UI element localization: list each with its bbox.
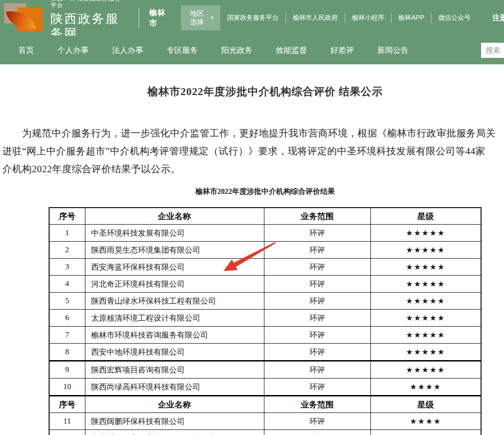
cell-sequence-number: 7 (49, 327, 85, 344)
region-selector-button[interactable]: 地区选择 ▼ (181, 6, 220, 30)
register-link[interactable]: 注册 (493, 13, 504, 23)
cell-star-rating: ★★★★★ (370, 293, 481, 310)
table-row: 8西安中地环境科技有限公司环评★★★★★ (49, 344, 481, 361)
cell-business-scope: 环评 (264, 430, 370, 435)
table-row: 6太原核清环境工程设计有限公司环评★★★★★ (49, 310, 481, 327)
site-logo[interactable] (3, 3, 44, 35)
top-link[interactable]: 榆林小程序 (345, 13, 391, 23)
cell-sequence-number: 6 (49, 310, 85, 327)
announcement-document: 榆林市2022年度涉批中介机构综合评价 结果公示 为规范中介服务行为，进一步强化… (0, 85, 504, 435)
top-link[interactable]: 国家政务服务平台 (220, 13, 286, 23)
cell-company-name: 陕西青山绿水环保科技工程有限公司 (85, 293, 264, 310)
caret-down-icon: ▼ (210, 16, 214, 20)
cell-business-scope: 环评 (264, 242, 370, 259)
table-row: 9陕西宏辉项目咨询有限公司环评★★★★★ (49, 361, 481, 379)
cell-business-scope: 环评 (264, 293, 370, 310)
page-title: 榆林市2022年度涉批中介机构综合评价 结果公示 (0, 85, 504, 99)
cell-sequence-number: 4 (49, 276, 85, 293)
cell-star-rating: ★★★★★ (370, 327, 481, 344)
region-selector-label: 地区选择 (187, 9, 207, 27)
cell-company-name: 陕西尚绿高科环境科技有限公司 (85, 379, 264, 396)
cell-business-scope: 环评 (264, 327, 370, 344)
nav-item[interactable]: 首页 (18, 45, 34, 56)
cell-company-name: 西安海蓝环保科技有限公司 (85, 259, 264, 276)
cell-company-name: 陕西雨昊生态环境集团有限公司 (85, 242, 264, 259)
cell-star-rating: ★★★★ (370, 430, 481, 435)
cell-sequence-number: 10 (49, 379, 85, 396)
column-header: 业务范围 (264, 208, 370, 225)
cell-company-name: 榆林市环境科技咨询服务有限公司 (85, 327, 264, 344)
cell-company-name: 陕西阔鹏环保科技有限公司 (85, 413, 264, 430)
table-row: 4河北奇正环境科技有限公司环评★★★★★ (49, 276, 481, 293)
table-row: 11陕西阔鹏环保科技有限公司环评★★★★ (49, 413, 481, 430)
nav-item[interactable]: 法人办事 (112, 45, 143, 56)
cell-business-scope: 环评 (264, 225, 370, 242)
cell-sequence-number: 5 (49, 293, 85, 310)
table-header-row: 序号企业名称业务范围星级 (49, 396, 481, 413)
cell-company-name: 中圣环境科技发展有限公司 (85, 225, 264, 242)
cell-sequence-number: 8 (49, 344, 85, 361)
header-links: 国家政务服务平台榆林市人民政府榆林小程序榆林APP微信公众号 (220, 13, 477, 23)
cell-business-scope: 环评 (264, 310, 370, 327)
evaluation-table: 序号企业名称业务范围星级1中圣环境科技发展有限公司环评★★★★★2陕西雨昊生态环… (49, 207, 482, 435)
cell-star-rating: ★★★★ (370, 413, 481, 430)
cell-company-name: 陕西宏辉项目咨询有限公司 (85, 361, 264, 379)
cell-business-scope: 环评 (264, 379, 370, 396)
main-nav: 首页个人办事法人办事专区服务阳光政务效能监督好差评新闻公告 (0, 36, 504, 64)
table-row: 10陕西尚绿高科环境科技有限公司环评★★★★ (49, 379, 481, 396)
cell-business-scope: 环评 (264, 276, 370, 293)
table-row: 5陕西青山绿水环保科技工程有限公司环评★★★★★ (49, 293, 481, 310)
current-city-label: 榆林市 (149, 7, 169, 28)
cell-star-rating: ★★★★★ (370, 361, 481, 379)
cell-star-rating: ★★★★★ (370, 310, 481, 327)
column-header: 星级 (370, 396, 481, 413)
column-header: 序号 (49, 396, 85, 413)
column-header: 企业名称 (85, 208, 264, 225)
cell-star-rating: ★★★★★ (370, 242, 481, 259)
platform-tagline: 全国一体化在线政务服务平台 (50, 0, 127, 9)
cell-sequence-number: 11 (49, 413, 85, 430)
cell-star-rating: ★★★★★ (370, 225, 481, 242)
brand-divider (139, 8, 139, 28)
cell-company-name: 西安中地环境科技有限公司 (85, 344, 264, 361)
cell-company-name: 太原核清环境工程设计有限公司 (85, 310, 264, 327)
nav-item[interactable]: 好差评 (330, 45, 354, 56)
paragraph-line: 介机构2022年度综合评价结果予以公示。 (2, 160, 504, 178)
main-nav-items: 首页个人办事法人办事专区服务阳光政务效能监督好差评新闻公告 (18, 45, 409, 56)
cell-sequence-number: 2 (49, 242, 85, 259)
column-header: 序号 (49, 208, 85, 225)
nav-item[interactable]: 个人办事 (57, 45, 89, 56)
paragraph-line: 进驻“网上中介服务超市”中介机构考评管理规定（试行）》要求，现将评定的中圣环境科… (2, 142, 504, 160)
table-row: 3西安海蓝环保科技有限公司环评★★★★★ (49, 259, 481, 276)
cell-sequence-number: 9 (49, 361, 85, 379)
nav-item[interactable]: 新闻公告 (377, 45, 409, 56)
announcement-paragraph: 为规范中介服务行为，进一步强化中介监管工作，更好地提升我市营商环境，根据《榆林市… (0, 124, 504, 178)
table-row: 2陕西雨昊生态环境集团有限公司环评★★★★★ (49, 242, 481, 259)
evaluation-table-body: 序号企业名称业务范围星级1中圣环境科技发展有限公司环评★★★★★2陕西雨昊生态环… (49, 208, 481, 435)
cell-business-scope: 环评 (264, 413, 370, 430)
top-link[interactable]: 榆林市人民政府 (286, 13, 345, 23)
nav-item[interactable]: 专区服务 (167, 45, 198, 56)
column-header: 企业名称 (85, 396, 264, 413)
cell-business-scope: 环评 (264, 259, 370, 276)
cell-company-name: 河北奇正环境科技有限公司 (85, 276, 264, 293)
column-header: 业务范围 (264, 396, 370, 413)
cell-sequence-number: 12 (49, 430, 85, 435)
table-row: 7榆林市环境科技咨询服务有限公司环评★★★★★ (49, 327, 481, 344)
cell-sequence-number: 3 (49, 259, 85, 276)
table-header-row: 序号企业名称业务范围星级 (49, 208, 481, 225)
cell-company-name: 中煤科工西安研究院（集团）有限公司 (85, 430, 264, 435)
nav-item[interactable]: 阳光政务 (221, 45, 252, 56)
table-caption: 榆林市2022年度涉批中介机构综合评价结果 (0, 187, 504, 197)
table-row: 1中圣环境科技发展有限公司环评★★★★★ (49, 225, 481, 242)
cell-star-rating: ★★★★★ (370, 259, 481, 276)
nav-item[interactable]: 效能监督 (276, 45, 307, 56)
search-input[interactable] (481, 43, 504, 58)
top-link[interactable]: 榆林APP (391, 13, 431, 23)
site-header: 全国一体化在线政务服务平台 陕西政务服务网 榆林市 地区选择 ▼ 国家政务服务平… (0, 0, 504, 36)
top-link[interactable]: 微信公众号 (431, 13, 477, 23)
paragraph-line: 为规范中介服务行为，进一步强化中介监管工作，更好地提升我市营商环境，根据《榆林市… (2, 124, 504, 142)
cell-star-rating: ★★★★★ (370, 276, 481, 293)
cell-sequence-number: 1 (49, 225, 85, 242)
table-row: 12中煤科工西安研究院（集团）有限公司环评★★★★ (49, 430, 481, 435)
